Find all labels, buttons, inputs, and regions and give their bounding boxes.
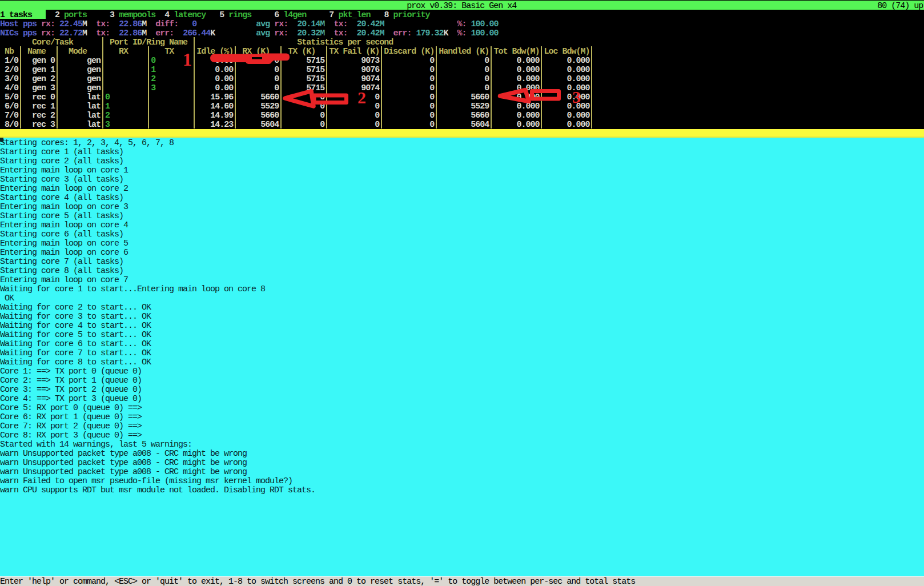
svg-text:2: 2 <box>357 88 365 107</box>
svg-text:3: 3 <box>572 87 580 106</box>
svg-text:1: 1 <box>183 49 191 70</box>
